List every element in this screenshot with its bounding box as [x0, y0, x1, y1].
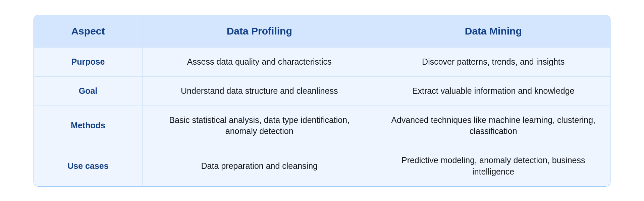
header-mining: Data Mining	[376, 15, 610, 48]
header-profiling: Data Profiling	[142, 15, 376, 48]
header-aspect: Aspect	[34, 15, 142, 48]
table-row: Goal Understand data structure and clean…	[34, 76, 610, 106]
row-mining-cell: Predictive modeling, anomaly detection, …	[376, 146, 610, 186]
table-header-row: Aspect Data Profiling Data Mining	[34, 15, 610, 48]
row-profiling-cell: Assess data quality and characteristics	[142, 48, 376, 76]
row-mining-cell: Extract valuable information and knowled…	[376, 77, 610, 106]
table-row: Use cases Data preparation and cleansing…	[34, 146, 610, 186]
row-profiling-cell: Basic statistical analysis, data type id…	[142, 106, 376, 146]
comparison-table: Aspect Data Profiling Data Mining Purpos…	[34, 15, 610, 187]
row-profiling-cell: Data preparation and cleansing	[142, 146, 376, 186]
row-profiling-cell: Understand data structure and cleanlines…	[142, 77, 376, 106]
row-aspect-label: Methods	[34, 106, 142, 146]
row-aspect-label: Goal	[34, 77, 142, 106]
row-mining-cell: Discover patterns, trends, and insights	[376, 48, 610, 76]
row-aspect-label: Purpose	[34, 48, 142, 76]
table-row: Purpose Assess data quality and characte…	[34, 47, 610, 76]
row-aspect-label: Use cases	[34, 146, 142, 186]
row-mining-cell: Advanced techniques like machine learnin…	[376, 106, 610, 146]
table-row: Methods Basic statistical analysis, data…	[34, 106, 610, 146]
